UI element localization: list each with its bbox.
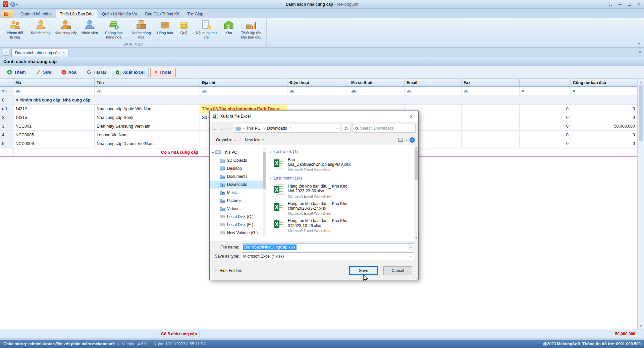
filter-cell-fax[interactable] xyxy=(462,87,520,96)
view-mode-icon[interactable] xyxy=(398,138,403,142)
filter-cell-ma-so-thue[interactable] xyxy=(349,87,405,96)
close-button[interactable] xyxy=(636,2,641,7)
savetype-combobox[interactable]: Microsoft Excel (*.xlsx) xyxy=(242,252,414,260)
sidebar-item-local-disk-c[interactable]: Local Disk (C:) xyxy=(210,213,266,221)
cancel-button[interactable]: Cancel xyxy=(383,266,412,275)
sidebar-item-new-volume-g[interactable]: New Volume (G:) xyxy=(210,229,266,237)
tai-lai-button[interactable]: Tải lại xyxy=(82,68,110,77)
up-button[interactable] xyxy=(229,126,231,131)
maximize-button[interactable] xyxy=(627,2,632,7)
scrollbar-thumb[interactable] xyxy=(263,152,266,189)
refresh-button[interactable] xyxy=(342,124,351,133)
breadcrumb-chevron-icon[interactable] xyxy=(242,127,244,129)
them-button[interactable]: Thêm xyxy=(3,68,30,77)
ribbon-tab-bao-cao-thong-ke[interactable]: Báo Cáo Thống Kê xyxy=(141,10,183,18)
tab-danh-sach-nha-cung-cap[interactable]: Danh sách nhà cung cấp xyxy=(11,49,68,57)
column-header-cong-no-ban-dau[interactable]: Công nợ ban đầu xyxy=(571,79,637,87)
ribbon-tab-thiet-lap-ban-dau[interactable]: Thiết Lập Ban Đầu xyxy=(56,10,98,18)
sidebar-item-videos[interactable]: Videos xyxy=(210,205,266,213)
ribbon-item-nhan-vien[interactable]: Nhân viên xyxy=(79,18,100,35)
filter-cell-blank[interactable] xyxy=(520,87,571,96)
column-header-ten[interactable]: Tên xyxy=(95,79,200,87)
column-header-dien-thoai[interactable]: Điện thoại xyxy=(287,79,349,87)
ribbon-item-chung-loai-hang-hoa[interactable]: Chủng loại hàng hóa xyxy=(100,18,127,40)
filter-cell-dia-chi[interactable] xyxy=(200,87,287,96)
filename-combobox[interactable]: DanhSachNhaCungCap.xlsx xyxy=(242,243,414,251)
sidebar-item-local-disk-e[interactable]: Local Disk (E:) xyxy=(210,221,266,229)
filter-cell-cong-no[interactable] xyxy=(571,87,637,96)
ribbon-tab-quan-tri-he-thong[interactable]: Quản trị hệ thống xyxy=(16,10,56,18)
sidebar-item-this-pc[interactable]: This PC xyxy=(210,148,266,156)
fullscreen-button[interactable] xyxy=(608,2,613,7)
thoat-button[interactable]: Thoát xyxy=(150,68,176,77)
search-input[interactable] xyxy=(360,126,413,131)
list-item[interactable]: Báo Gía_DanhSachChucNangPMV.xlsx Microso… xyxy=(273,157,414,172)
minimize-button[interactable] xyxy=(617,2,623,7)
ribbon-item-thiet-lap-ton-kho-ban-dau[interactable]: Thiết lập tồn kho ban đầu xyxy=(237,18,265,40)
sidebar-item-downloads[interactable]: Downloads xyxy=(210,181,266,189)
scrollbar-thumb[interactable] xyxy=(639,84,643,141)
help-icon[interactable]: ? xyxy=(410,137,415,143)
hide-folders-button[interactable]: Hide Folders xyxy=(216,268,242,273)
filter-cell-ma[interactable] xyxy=(13,87,95,96)
column-header-fax[interactable]: Fax xyxy=(462,79,520,87)
breadcrumb-chevron-icon[interactable] xyxy=(263,127,265,129)
breadcrumb-chevron-icon[interactable] xyxy=(289,127,291,129)
ribbon-item-nhom-hang-hoa[interactable]: Nhóm hàng hóa xyxy=(127,18,155,40)
quick-access-chevron-icon[interactable] xyxy=(16,3,18,5)
new-folder-button[interactable]: New folder xyxy=(242,136,267,144)
column-header-email[interactable]: Email xyxy=(405,79,462,87)
scrollbar-thumb[interactable] xyxy=(415,150,418,180)
ribbon-item-nha-cung-cap[interactable]: Nhà cung cấp xyxy=(53,18,79,35)
search-box[interactable] xyxy=(353,124,416,133)
resize-grip[interactable] xyxy=(414,276,418,279)
tab-bar-close-button[interactable] xyxy=(639,50,641,55)
grid-vertical-scrollbar[interactable] xyxy=(637,79,644,330)
sidebar-item-pictures[interactable]: Pictures xyxy=(210,197,266,205)
group-row[interactable]: 0 Nhóm nhà cung cấp: Nhà cung cấp xyxy=(0,96,637,105)
filename-dropdown-icon[interactable] xyxy=(408,244,414,251)
filename-value[interactable]: DanhSachNhaCungCap.xlsx xyxy=(243,245,297,250)
column-header-ma-so-thue[interactable]: Mã số thuế xyxy=(349,79,405,87)
back-button[interactable] xyxy=(212,126,217,131)
list-item[interactable]: Hàng tồn kho ban đầu _ Kho Kho 012023-10… xyxy=(273,218,414,233)
ribbon-collapse-icon[interactable] xyxy=(638,43,640,46)
scroll-up-icon[interactable] xyxy=(415,146,418,149)
scroll-up-icon[interactable] xyxy=(640,80,642,83)
view-mode-chevron-icon[interactable] xyxy=(405,139,407,141)
sidebar-item-documents[interactable]: Documents xyxy=(210,172,266,181)
close-all-tabs-button[interactable] xyxy=(3,49,9,56)
column-header-ma[interactable]: Mã xyxy=(13,79,95,87)
ribbon-item-noi-dung-thu-chi[interactable]: Nội dung thu chi xyxy=(193,18,220,40)
tab-close-icon[interactable] xyxy=(62,50,65,55)
group-collapse-icon[interactable] xyxy=(270,177,272,179)
file-group-header[interactable]: Last week (1) xyxy=(270,148,414,155)
column-header-blank[interactable] xyxy=(520,79,571,87)
scroll-down-icon[interactable] xyxy=(640,325,642,329)
ribbon-item-hang-hoa[interactable]: Hàng hóa xyxy=(155,18,175,35)
sidebar-item-desktop[interactable]: Desktop xyxy=(210,164,266,172)
xuat-excel-button[interactable]: Xuất excel xyxy=(112,68,149,77)
group-collapse-icon[interactable] xyxy=(270,151,272,153)
ribbon-tab-quan-ly-nghiep-vu[interactable]: Quản Lý Nghiệp Vụ xyxy=(98,10,141,18)
list-item[interactable]: Hàng tồn kho ban đầu _ Kho Kho kính2023-… xyxy=(273,184,414,198)
list-item[interactable]: Hàng tồn kho ban đầu _ Kho Kho chính2023… xyxy=(273,201,414,216)
filter-cell-email[interactable] xyxy=(405,87,462,96)
ribbon-item-kho[interactable]: Kho xyxy=(220,18,237,35)
file-list-scrollbar[interactable] xyxy=(414,145,418,241)
recent-locations-chevron-icon[interactable] xyxy=(225,127,227,129)
save-button[interactable]: Save xyxy=(349,266,378,275)
filter-cell-dien-thoai[interactable] xyxy=(287,87,349,96)
breadcrumb-downloads[interactable]: Downloads xyxy=(266,125,288,131)
scroll-down-icon[interactable] xyxy=(415,237,418,240)
organize-button[interactable]: Organize xyxy=(213,136,239,144)
sua-button[interactable]: Sửa xyxy=(32,68,56,77)
app-menu-button[interactable] xyxy=(2,10,13,17)
sidebar-item-3d-objects[interactable]: 3D Objects xyxy=(210,156,266,164)
ribbon-item-quy[interactable]: Quỹ xyxy=(175,18,193,35)
address-bar[interactable]: This PC Downloads xyxy=(233,124,341,133)
address-dropdown-icon[interactable] xyxy=(336,127,338,129)
quick-access-icon[interactable] xyxy=(10,2,15,7)
savetype-dropdown-icon[interactable] xyxy=(408,253,414,260)
expand-chevron-icon[interactable] xyxy=(212,151,214,153)
